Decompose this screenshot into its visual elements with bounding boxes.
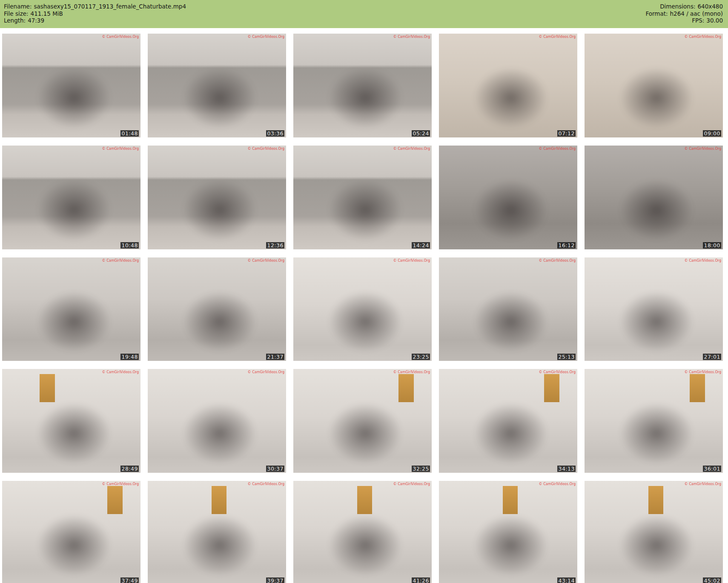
- watermark-text: © CamGirlVideos.Org: [685, 147, 721, 151]
- video-thumbnail: © CamGirlVideos.Org18:00: [585, 146, 723, 249]
- watermark-text: © CamGirlVideos.Org: [248, 259, 284, 263]
- watermark-text: © CamGirlVideos.Org: [102, 370, 139, 374]
- watermark-text: © CamGirlVideos.Org: [102, 259, 139, 263]
- watermark-text: © CamGirlVideos.Org: [685, 259, 721, 263]
- timestamp-badge: 41:26: [412, 577, 430, 583]
- video-thumbnail: © CamGirlVideos.Org27:01: [585, 257, 723, 361]
- filesize-line: File size:411.15 MiB: [4, 10, 186, 17]
- timestamp-badge: 09:00: [703, 130, 721, 137]
- timestamp-badge: 25:13: [557, 354, 576, 360]
- watermark-text: © CamGirlVideos.Org: [539, 482, 576, 486]
- watermark-text: © CamGirlVideos.Org: [393, 482, 430, 486]
- dimensions-label: Dimensions:: [660, 3, 695, 10]
- length-line: Length:47:39: [4, 17, 186, 24]
- thumbnail-grid: © CamGirlVideos.Org01:48 © CamGirlVideos…: [2, 34, 723, 583]
- file-info-right: Dimensions:640x480 Format:h264 / aac (mo…: [645, 3, 723, 24]
- timestamp-badge: 43:14: [557, 577, 576, 583]
- watermark-text: © CamGirlVideos.Org: [248, 370, 284, 374]
- watermark-text: © CamGirlVideos.Org: [685, 370, 721, 374]
- watermark-text: © CamGirlVideos.Org: [685, 482, 721, 486]
- video-thumbnail: © CamGirlVideos.Org30:37: [148, 369, 286, 473]
- timestamp-badge: 34:13: [557, 466, 576, 472]
- timestamp-badge: 03:36: [266, 130, 284, 137]
- watermark-text: © CamGirlVideos.Org: [393, 370, 430, 374]
- timestamp-badge: 30:37: [266, 466, 284, 472]
- video-thumbnail: © CamGirlVideos.Org09:00: [585, 34, 723, 137]
- format-line: Format:h264 / aac (mono): [645, 10, 723, 17]
- timestamp-badge: 10:48: [120, 242, 139, 249]
- video-thumbnail: © CamGirlVideos.Org36:01: [585, 369, 723, 473]
- video-thumbnail: © CamGirlVideos.Org23:25: [293, 257, 432, 361]
- timestamp-badge: 23:25: [412, 354, 430, 360]
- fps-line: FPS:30.00: [645, 17, 723, 24]
- file-info-left: Filename:sashasexy15_070117_1913_female_…: [4, 3, 186, 24]
- watermark-text: © CamGirlVideos.Org: [685, 35, 721, 39]
- timestamp-badge: 28:49: [120, 466, 139, 472]
- watermark-text: © CamGirlVideos.Org: [102, 482, 139, 486]
- watermark-text: © CamGirlVideos.Org: [539, 35, 576, 39]
- timestamp-badge: 45:02: [703, 577, 721, 583]
- length-value: 47:39: [28, 17, 44, 24]
- video-thumbnail: © CamGirlVideos.Org41:26: [293, 481, 432, 583]
- watermark-text: © CamGirlVideos.Org: [393, 259, 430, 263]
- filename-label: Filename:: [4, 3, 32, 10]
- video-thumbnail: © CamGirlVideos.Org28:49: [2, 369, 140, 473]
- timestamp-badge: 05:24: [412, 130, 430, 137]
- dimensions-line: Dimensions:640x480: [645, 3, 723, 10]
- timestamp-badge: 07:12: [557, 130, 576, 137]
- timestamp-badge: 36:01: [703, 466, 721, 472]
- video-thumbnail: © CamGirlVideos.Org07:12: [439, 34, 577, 137]
- format-value: h264 / aac (mono): [670, 10, 723, 17]
- video-thumbnail: © CamGirlVideos.Org21:37: [148, 257, 286, 361]
- video-thumbnail: © CamGirlVideos.Org19:48: [2, 257, 140, 361]
- filename-value: sashasexy15_070117_1913_female_Chaturbat…: [34, 3, 186, 10]
- watermark-text: © CamGirlVideos.Org: [102, 147, 139, 151]
- watermark-text: © CamGirlVideos.Org: [539, 259, 576, 263]
- timestamp-badge: 39:37: [266, 577, 284, 583]
- fps-value: 30.00: [706, 17, 723, 24]
- video-thumbnail: © CamGirlVideos.Org39:37: [148, 481, 286, 583]
- watermark-text: © CamGirlVideos.Org: [539, 147, 576, 151]
- video-thumbnail: © CamGirlVideos.Org12:36: [148, 146, 286, 249]
- video-thumbnail: © CamGirlVideos.Org10:48: [2, 146, 140, 249]
- watermark-text: © CamGirlVideos.Org: [393, 147, 430, 151]
- watermark-text: © CamGirlVideos.Org: [102, 35, 139, 39]
- video-thumbnail: © CamGirlVideos.Org37:49: [2, 481, 140, 583]
- dimensions-value: 640x480: [697, 3, 723, 10]
- length-label: Length:: [4, 17, 26, 24]
- filename-line: Filename:sashasexy15_070117_1913_female_…: [4, 3, 186, 10]
- video-thumbnail: © CamGirlVideos.Org32:25: [293, 369, 432, 473]
- video-thumbnail: © CamGirlVideos.Org16:12: [439, 146, 577, 249]
- video-thumbnail: © CamGirlVideos.Org43:14: [439, 481, 577, 583]
- video-thumbnail: © CamGirlVideos.Org34:13: [439, 369, 577, 473]
- video-thumbnail: © CamGirlVideos.Org03:36: [148, 34, 286, 137]
- fps-label: FPS:: [692, 17, 704, 24]
- timestamp-badge: 16:12: [557, 242, 576, 249]
- video-thumbnail: © CamGirlVideos.Org45:02: [585, 481, 723, 583]
- timestamp-badge: 37:49: [120, 577, 139, 583]
- watermark-text: © CamGirlVideos.Org: [539, 370, 576, 374]
- video-thumbnail: © CamGirlVideos.Org05:24: [293, 34, 432, 137]
- video-thumbnail: © CamGirlVideos.Org01:48: [2, 34, 140, 137]
- filesize-label: File size:: [4, 10, 29, 17]
- filesize-value: 411.15 MiB: [31, 10, 63, 17]
- timestamp-badge: 27:01: [703, 354, 721, 360]
- timestamp-badge: 18:00: [703, 242, 721, 249]
- file-info-header: Filename:sashasexy15_070117_1913_female_…: [0, 0, 728, 28]
- timestamp-badge: 19:48: [120, 354, 139, 360]
- video-thumbnail: © CamGirlVideos.Org25:13: [439, 257, 577, 361]
- timestamp-badge: 32:25: [412, 466, 430, 472]
- timestamp-badge: 12:36: [266, 242, 284, 249]
- video-thumbnail: © CamGirlVideos.Org14:24: [293, 146, 432, 249]
- watermark-text: © CamGirlVideos.Org: [393, 35, 430, 39]
- timestamp-badge: 01:48: [120, 130, 139, 137]
- watermark-text: © CamGirlVideos.Org: [248, 35, 284, 39]
- watermark-text: © CamGirlVideos.Org: [248, 147, 284, 151]
- watermark-text: © CamGirlVideos.Org: [248, 482, 284, 486]
- timestamp-badge: 21:37: [266, 354, 284, 360]
- format-label: Format:: [645, 10, 668, 17]
- timestamp-badge: 14:24: [412, 242, 430, 249]
